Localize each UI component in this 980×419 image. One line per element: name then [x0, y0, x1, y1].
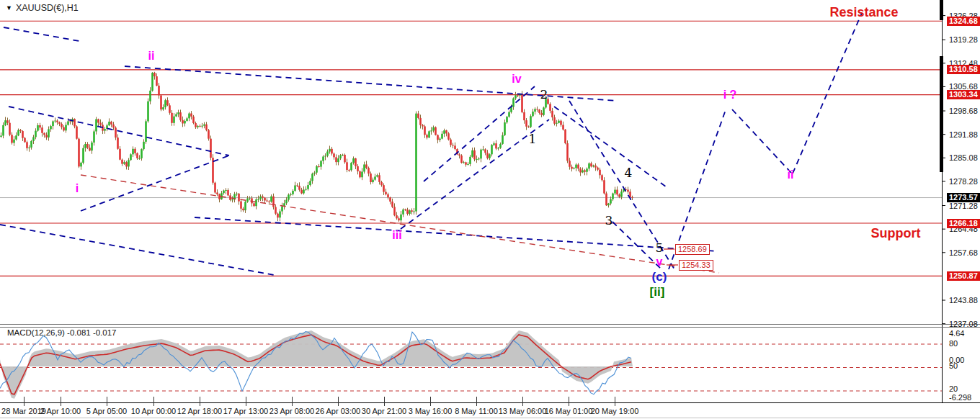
- price-tick-label: 1298.68: [949, 107, 978, 115]
- time-tick-label: 30 Apr 21:00: [362, 407, 406, 415]
- macd-scale-label: 80: [949, 339, 958, 348]
- price-tick-label: 1257.68: [949, 248, 978, 257]
- time-tick-label: 16 May 01:00: [545, 407, 593, 415]
- macd-scale-label: -6.298: [949, 393, 971, 402]
- resistance-text: Resistance: [829, 5, 898, 20]
- chart-window: ▼ XAUUSD(€),H1 MACD(12,26,9) -0.081 -0.0…: [0, 0, 980, 419]
- wave-iv: iv: [512, 73, 521, 86]
- symbol-title-bar: ▼ XAUUSD(€),H1: [6, 3, 79, 13]
- wave-iii: iii: [392, 229, 401, 242]
- price-tick-label: 1237.08: [949, 320, 978, 328]
- projection-price-tag: 1258.69: [675, 244, 710, 255]
- price-tick-label: 1285.08: [949, 153, 978, 162]
- chart-canvas[interactable]: [0, 0, 980, 419]
- wave-v: v: [656, 256, 663, 269]
- symbol-title: XAUUSD(€),H1: [16, 3, 79, 13]
- price-level-tag: 1303.34: [947, 90, 980, 99]
- price-tick-label: 1291.88: [949, 130, 978, 139]
- support-text: Support: [871, 226, 921, 241]
- time-tick-label: 20 May 19:00: [591, 407, 639, 415]
- projection-price-tag: 1254.33: [679, 260, 713, 271]
- wave-i-forecast: i ?: [723, 89, 737, 102]
- time-tick-label: 17 Apr 13:00: [223, 407, 268, 415]
- macd-scale-label: 20: [949, 384, 958, 393]
- collapse-chart-icon[interactable]: ▼: [6, 4, 12, 12]
- price-level-tag: 1250.87: [947, 271, 980, 281]
- price-tick-label: 1319.28: [949, 35, 978, 44]
- wave-ii-bracket: [ii]: [650, 285, 665, 299]
- current-price-tag: 1273.57: [947, 193, 980, 202]
- time-tick-label: 28 Mar 2019: [1, 407, 46, 415]
- time-tick-label: 2 Apr 10:00: [40, 407, 81, 415]
- wave-num-2: 2: [540, 87, 548, 102]
- time-tick-label: 12 Apr 18:00: [177, 407, 222, 415]
- wave-i-left: i: [76, 182, 79, 195]
- price-level-tag: 1324.68: [947, 17, 980, 26]
- time-tick-label: 5 Apr 05:00: [86, 407, 127, 415]
- price-tick-label: 1278.28: [949, 177, 978, 186]
- time-tick-label: 13 May 06:00: [499, 407, 547, 415]
- time-tick-label: 10 Apr 00:00: [131, 407, 176, 415]
- price-tick-label: 1271.28: [949, 202, 978, 210]
- wave-num-4: 4: [625, 166, 633, 180]
- time-tick-label: 26 Apr 03:00: [316, 407, 360, 415]
- wave-ii-left: ii: [148, 50, 155, 63]
- wave-num-3: 3: [605, 213, 613, 227]
- time-tick-label: 8 May 11:00: [455, 407, 498, 415]
- macd-scale-label: 50: [949, 361, 958, 370]
- macd-scale-label: 4.64: [949, 329, 964, 338]
- time-tick-label: 3 May 16:00: [409, 407, 453, 415]
- price-level-tag: 1310.58: [947, 65, 980, 74]
- wave-c: (c): [652, 270, 667, 284]
- wave-num-5: 5: [656, 240, 664, 255]
- price-tick-label: 1243.88: [949, 296, 978, 305]
- wave-num-1: 1: [529, 132, 537, 146]
- macd-indicator-label: MACD(12,26,9) -0.081 -0.017: [7, 328, 117, 337]
- time-tick-label: 23 Apr 08:00: [270, 407, 314, 415]
- wave-ii-forecast: ii: [788, 168, 794, 181]
- price-level-tag: 1266.18: [947, 219, 980, 228]
